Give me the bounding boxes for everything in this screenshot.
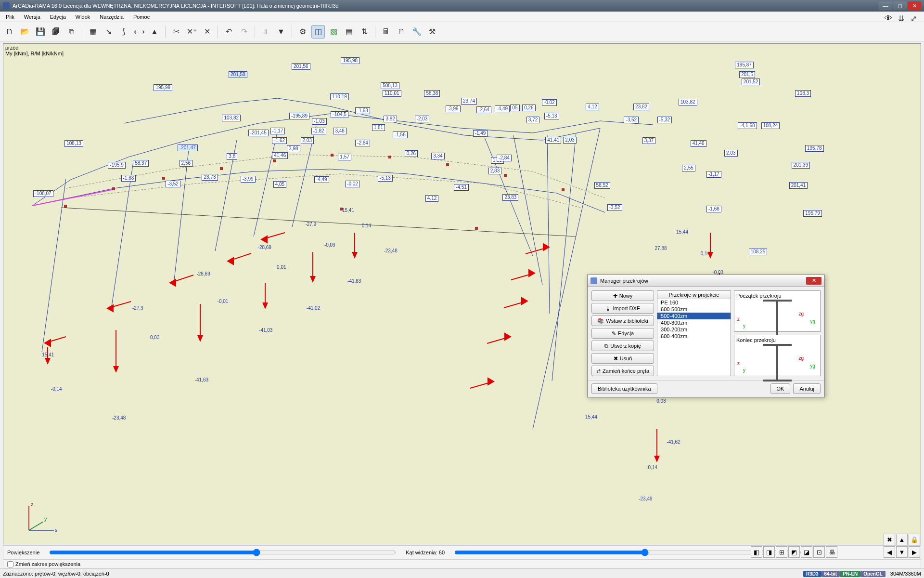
section-list-item[interactable]: I600-400zm (657, 333, 731, 340)
eye-icon[interactable]: 👁 (883, 13, 894, 23)
report-icon[interactable]: 🗎 (395, 25, 408, 39)
duplicate-icon[interactable]: ⧉ (64, 25, 78, 39)
moment-label: 2,03 (301, 137, 314, 144)
moment-label: -1,68 (706, 206, 721, 212)
generate-icon[interactable]: ⚙ (296, 25, 309, 39)
section-import-dxf-button[interactable]: ⭳Import DXF (591, 303, 654, 314)
undo-icon[interactable]: ↶ (222, 25, 235, 39)
moment-label: -2,84 (497, 155, 512, 161)
moment-label: -2,03 (415, 116, 430, 122)
save-file-icon[interactable]: 💾 (34, 25, 47, 39)
section-list-item[interactable]: I500-400zm (657, 313, 731, 319)
render-icon[interactable]: ▧ (327, 25, 340, 39)
world-axes-icon: z x y (20, 500, 59, 539)
menu-plik[interactable]: Plik (2, 13, 18, 21)
zoomrange-checkbox[interactable] (7, 561, 13, 567)
moment-label: 4,05 (273, 181, 286, 188)
nav-up-icon[interactable]: ▲ (896, 534, 908, 545)
moment-label: 2,55 (682, 165, 695, 171)
nav-right-icon[interactable]: ▶ (909, 546, 920, 558)
reaction-arrow-stem (710, 233, 711, 252)
nav-lock-icon[interactable]: 🔒 (909, 534, 920, 545)
section-usuń-button[interactable]: ✖Usuń (591, 353, 654, 364)
moment-label: -0,02 (345, 181, 360, 187)
section-start-preview: Początek przekroju zg yg z y (734, 290, 821, 332)
open-file-icon[interactable]: 📂 (18, 25, 32, 39)
reaction-arrow-head (707, 252, 713, 259)
view3d-icon[interactable]: ◫ (311, 25, 325, 39)
element-icon[interactable]: ↘ (102, 25, 115, 39)
svg-rect-19 (388, 156, 391, 158)
section-zamień-końce-pręta-button[interactable]: ⇄Zamień końce pręta (591, 366, 654, 376)
nav-down-icon[interactable]: ▼ (896, 546, 908, 558)
moment-label: 2,83 (488, 168, 501, 174)
cancel-button[interactable]: Anuluj (793, 383, 821, 394)
zoom-slider[interactable] (49, 549, 396, 556)
close-button[interactable]: ✕ (908, 1, 921, 10)
view-custom-icon[interactable]: ⊡ (813, 546, 825, 558)
section-list-item[interactable]: I600-500zm (657, 306, 731, 313)
expand-icon[interactable]: ⤢ (908, 13, 919, 23)
user-library-button[interactable]: Biblioteka użytkownika (591, 383, 657, 394)
nav-left-icon[interactable]: ◀ (884, 546, 895, 558)
section-nowy-button[interactable]: ✚Nowy (591, 290, 654, 301)
view-side-icon[interactable]: ◨ (763, 546, 775, 558)
view-top-icon[interactable]: ⊞ (776, 546, 787, 558)
moment-label: 3,48 (333, 128, 346, 134)
reaction-arrow-head (197, 335, 203, 342)
view-persp-icon[interactable]: ◪ (801, 546, 812, 558)
maximize-button[interactable]: ◻ (893, 1, 907, 10)
svg-rect-13 (64, 205, 67, 208)
section-wstaw-z-biblioteki-button[interactable]: 📚Wstaw z biblioteki (591, 315, 654, 326)
section-list-item[interactable]: I400-300zm (657, 319, 731, 326)
cut-icon[interactable]: ✂ (169, 25, 183, 39)
svg-marker-30 (170, 279, 176, 286)
reaction-arrow-head (352, 252, 358, 259)
reaction-arrow-head (45, 358, 51, 365)
moment-label: 23,73 (202, 174, 218, 181)
result-value: -41,63 (195, 377, 208, 382)
section-list-item[interactable]: IPE 160 (657, 299, 731, 306)
moment-label: -1,68 (355, 107, 370, 114)
section-utwórz-kopię-button[interactable]: ⧉Utwórz kopię (591, 341, 654, 351)
moment-label: -3,99 (446, 105, 461, 112)
trim-icon[interactable]: ✕⁺ (185, 25, 198, 39)
results-icon[interactable]: ▤ (342, 25, 356, 39)
print-icon[interactable]: 🖶 (826, 546, 837, 558)
dialog-titlebar[interactable]: Manager przekrojów ✕ (588, 275, 824, 287)
moment-label: 103,82 (222, 115, 241, 121)
moment-label: 4,12 (425, 195, 438, 202)
filter-icon[interactable]: ▼ (274, 25, 288, 39)
menu-pomoc[interactable]: Pomoc (129, 13, 154, 21)
menu-narzędzia[interactable]: Narzędzia (96, 13, 128, 21)
moment-label: 195,87 (735, 62, 754, 68)
new-file-icon[interactable]: 🗋 (3, 25, 16, 39)
arc-element-icon[interactable]: ⟆ (117, 25, 130, 39)
menu-widok[interactable]: Widok (72, 13, 94, 21)
menu-wersja[interactable]: Wersja (20, 13, 44, 21)
ok-button[interactable]: OK (770, 383, 791, 394)
moment-label: 201,39 (792, 162, 810, 169)
grid-icon[interactable]: ▦ (86, 25, 100, 39)
support-icon[interactable]: ▲ (148, 25, 161, 39)
viewangle-slider[interactable] (454, 549, 801, 556)
redo-icon[interactable]: ↷ (237, 25, 251, 39)
recent-icon[interactable]: 🗐 (49, 25, 63, 39)
view-front-icon[interactable]: ◧ (751, 546, 762, 558)
menu-edycja[interactable]: Edycja (46, 13, 70, 21)
section-edycja-button[interactable]: ✎Edycja (591, 328, 654, 339)
measure-icon[interactable]: ⟷ (132, 25, 146, 39)
settings-icon[interactable]: 🔧 (410, 25, 424, 39)
dialog-close-icon[interactable]: ✕ (806, 277, 821, 285)
section-list-item[interactable]: I300-200zm (657, 326, 731, 333)
sections-icon[interactable]: ⚒ (425, 25, 439, 39)
delete-icon[interactable]: ✕ (200, 25, 214, 39)
view-iso-icon[interactable]: ◩ (788, 546, 800, 558)
profiles-icon[interactable]: ⦀ (259, 25, 272, 39)
collapse-icon[interactable]: ⇊ (895, 13, 907, 23)
minimize-button[interactable]: — (879, 1, 892, 10)
chart-icon[interactable]: ⇅ (358, 25, 371, 39)
calc-icon[interactable]: 🖩 (379, 25, 393, 39)
result-value: -28,69 (196, 271, 210, 276)
nav-home-icon[interactable]: ✖ (884, 534, 895, 545)
